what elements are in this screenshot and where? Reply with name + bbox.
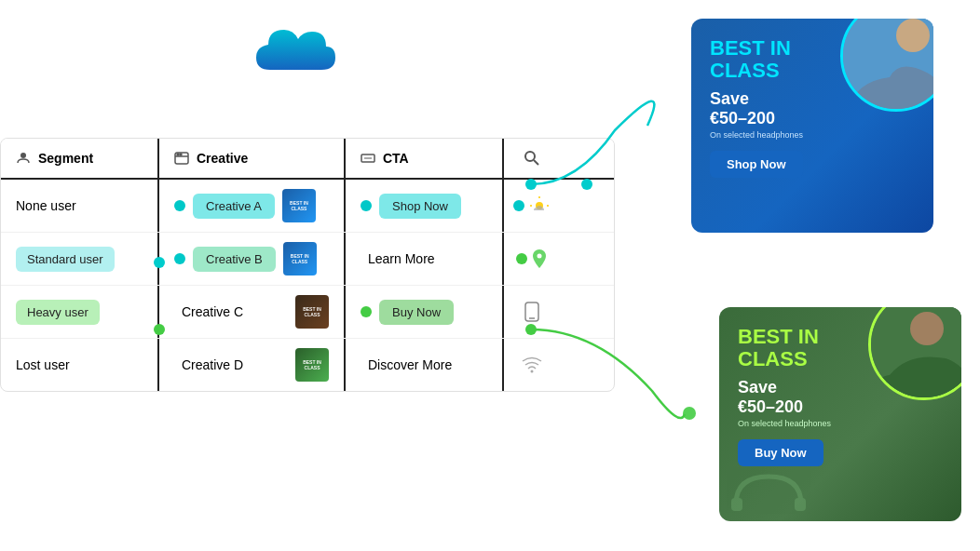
cta-col-label: CTA [383,151,409,166]
creative-cell-a: Creative A BEST IN CLASS [159,180,346,232]
table-row: Heavy user Creative C BEST IN CLASS Buy … [1,286,614,339]
standard-user-pill[interactable]: Standard user [16,247,115,272]
connector-dot-cyan2 [361,200,372,211]
svg-point-4 [180,154,182,155]
svg-point-0 [20,153,26,158]
decision-table: Segment Creative CTA [0,138,615,392]
creative-c-label: Creative C [182,304,243,319]
connector-dot-cyan3 [513,200,524,211]
none-user-label: None user [16,198,76,213]
buy-now-pill[interactable]: Buy Now [379,300,454,325]
svg-point-3 [177,154,179,155]
discover-more-label: Discover More [368,357,452,372]
segment-column-header: Segment [1,139,159,178]
table-row: None user Creative A BEST IN CLASS Shop … [1,180,614,233]
ad-blue-btn[interactable]: Shop Now [710,151,803,178]
creative-c-thumb: BEST IN CLASS [295,295,329,329]
ad-card-green: BEST IN CLASS Save €50–200 On selected h… [719,307,961,521]
cta-cell-learnmore: Learn More [346,233,504,285]
creative-column-header: Creative [159,139,346,178]
svg-point-13 [538,254,542,259]
connector-dot-b [174,253,185,264]
icon-cell-wifi [504,339,560,391]
creative-cell-c: Creative C BEST IN CLASS [159,286,346,338]
search-header[interactable] [504,139,560,178]
lost-user-label: Lost user [16,357,70,372]
cta-cell-discover: Discover More [346,339,504,391]
svg-line-8 [534,160,538,165]
icon-cell-location [504,233,560,285]
connector-dot-location [516,253,527,264]
connector-dot-buynow [361,306,372,317]
svg-point-26 [683,407,696,420]
creative-col-label: Creative [197,151,248,166]
creative-a-pill[interactable]: Creative A [193,194,275,219]
creative-d-label: Creative D [182,357,243,372]
creative-b-pill[interactable]: Creative B [193,247,276,272]
cta-column-header: CTA [346,139,504,178]
ad-card-blue: BEST IN CLASS Save €50–200 On selected h… [691,19,933,233]
svg-point-7 [525,152,535,161]
ad-green-sub: On selected headphones [738,419,943,428]
segment-col-label: Segment [38,151,93,166]
cta-cell-shopnow: Shop Now [346,180,504,232]
creative-d-thumb: BEST IN CLASS [295,348,329,382]
table-row: Lost user Creative D BEST IN CLASS Disco… [1,339,614,391]
icon-cell-weather [504,180,560,232]
creative-b-thumb: BEST IN CLASS [283,242,317,276]
segment-cell-none: None user [1,180,159,232]
svg-rect-22 [795,498,806,511]
segment-cell-standard: Standard user [1,233,159,285]
creative-a-thumb: BEST IN CLASS [282,189,316,222]
cta-cell-buynow: Buy Now [346,286,504,338]
icon-cell-phone [504,286,560,338]
segment-cell-heavy: Heavy user [1,286,159,338]
shop-now-pill[interactable]: Shop Now [379,194,461,219]
table-row: Standard user Creative B BEST IN CLASS L… [1,233,614,286]
ad-blue-sub: On selected headphones [710,130,915,140]
ad-green-btn[interactable]: Buy Now [738,439,823,466]
svg-point-18 [896,19,930,52]
svg-point-20 [910,312,944,345]
segment-cell-lost: Lost user [1,339,159,391]
svg-point-16 [531,370,534,373]
creative-cell-d: Creative D BEST IN CLASS [159,339,346,391]
table-header: Segment Creative CTA [1,139,614,180]
creative-cell-b: Creative B BEST IN CLASS [159,233,346,285]
connector-dot-cyan [174,200,185,211]
learn-more-label: Learn More [368,251,435,266]
heavy-user-pill[interactable]: Heavy user [16,300,100,325]
svg-rect-21 [731,498,742,511]
cloud-icon [252,19,345,84]
